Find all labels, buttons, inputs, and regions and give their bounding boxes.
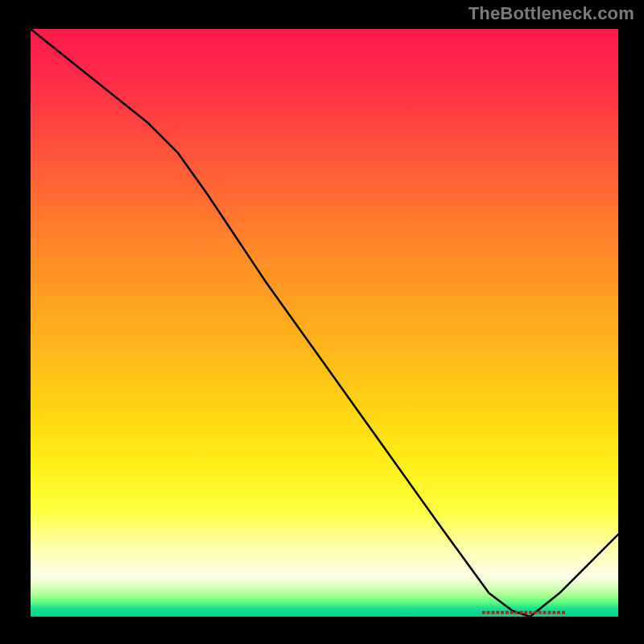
watermark-text: TheBottleneck.com xyxy=(469,3,634,24)
plot-area: ■■■■■■■■■■■■■■■■■■ xyxy=(31,29,618,617)
chart-stage: TheBottleneck.com ■■■■■■■■■■■■■■■■■■ xyxy=(0,0,644,644)
curve-path xyxy=(31,29,618,617)
bottleneck-curve xyxy=(31,29,618,617)
min-point-marker: ■■■■■■■■■■■■■■■■■■ xyxy=(482,609,567,616)
